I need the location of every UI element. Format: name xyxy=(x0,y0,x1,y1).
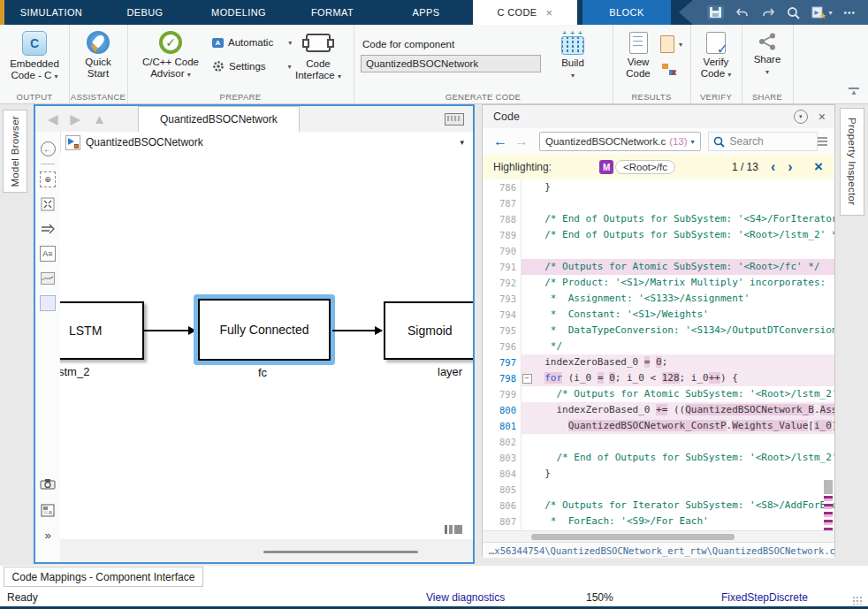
code-search-box[interactable]: Search xyxy=(708,132,819,151)
code-lines[interactable]: 786 }787788 /* End of Outputs for SubSys… xyxy=(483,179,834,530)
component-name-field[interactable] xyxy=(361,55,541,72)
file-dropdown[interactable]: QuantizedBSOCNetwork.c (13) ▾ xyxy=(539,132,701,151)
block-lstm[interactable]: LSTM xyxy=(60,301,144,360)
save-button[interactable] xyxy=(707,5,724,19)
embedded-code-icon: C xyxy=(22,31,47,56)
block-fully-connected[interactable]: Fully Connected xyxy=(198,299,331,361)
open-report-dropdown[interactable]: ▾ xyxy=(660,35,682,53)
hide-browser-button[interactable]: ← xyxy=(39,140,57,157)
zoom-region-button[interactable]: ⊕ xyxy=(39,171,57,188)
dock-options-button[interactable]: ▾ xyxy=(794,110,808,124)
code-text: indexZeroBased_0 = 0; xyxy=(533,354,667,370)
code-horizontal-scrollbar[interactable] xyxy=(483,530,834,543)
signal-line[interactable] xyxy=(144,330,195,331)
code-line: 787 xyxy=(483,195,834,211)
settings-dropdown[interactable]: Settings ▾ xyxy=(212,60,292,72)
expand-palette-button[interactable]: » xyxy=(39,526,57,544)
tab-modeling[interactable]: MODELING xyxy=(192,0,286,25)
area-box-button[interactable] xyxy=(39,294,57,312)
code-text: * Constant: '<S1>/Weights' xyxy=(533,307,709,323)
line-number: 802 xyxy=(483,434,522,450)
verify-code-button[interactable]: ✓ Verify Code ▾ xyxy=(696,32,736,80)
chevron-down-icon[interactable]: ▾ xyxy=(460,138,464,147)
code-interface-button[interactable]: Code Interface ▾ xyxy=(290,34,346,82)
code-line: 790 xyxy=(483,243,834,259)
section-label-output: OUTPUT xyxy=(0,92,69,102)
signal-line[interactable] xyxy=(332,330,382,331)
scrollbar-thumb[interactable] xyxy=(824,480,833,494)
chevron-down-icon: ▾ xyxy=(679,41,682,49)
solver-link[interactable]: FixedStepDiscrete xyxy=(721,591,808,604)
embedded-code-button[interactable]: C Embedded Code - C ▾ xyxy=(7,31,62,82)
screenshot-button[interactable] xyxy=(39,475,57,492)
remove-highlighting-button[interactable]: × xyxy=(662,64,675,75)
ribbon-group-share: Share ▾ SHARE xyxy=(742,25,794,103)
verify-code-icon: ✓ xyxy=(706,32,726,54)
redo-button[interactable] xyxy=(761,6,775,19)
tab-c-code-active[interactable]: C CODE × xyxy=(473,0,577,25)
resize-grip[interactable] xyxy=(852,596,863,605)
image-annotation-button[interactable] xyxy=(39,270,57,287)
block-sigmoid[interactable]: Sigmoid xyxy=(384,301,473,360)
model-tab[interactable]: QuantizedBSOCNetwork xyxy=(138,106,300,132)
nav-back-icon[interactable]: ◀ xyxy=(48,111,58,127)
code-back-button[interactable]: ← xyxy=(493,133,507,149)
view-diagnostics-link[interactable]: View diagnostics xyxy=(426,591,505,604)
nav-up-icon[interactable]: ▲ xyxy=(93,111,106,126)
property-inspector-tab[interactable]: Property Inspector xyxy=(840,108,864,216)
editor-palette: ← ⊕ A≡ xyxy=(35,132,61,562)
keyboard-shortcuts-icon[interactable] xyxy=(445,113,464,126)
quick-start-button[interactable]: Quick Start xyxy=(78,31,118,80)
menu-icon[interactable] xyxy=(818,135,827,148)
code-line: 791 /* Outputs for Atomic SubSystem: '<R… xyxy=(483,259,834,275)
tab-apps[interactable]: APPS xyxy=(379,0,473,25)
match-count: (13) xyxy=(669,136,687,147)
viewmarks-button[interactable] xyxy=(39,501,57,519)
section-label-generate-code: GENERATE CODE xyxy=(354,92,613,102)
model-canvas[interactable]: LSTM stm_2 Fully Connected fc Sigmoid la… xyxy=(60,153,473,562)
annotation-button[interactable]: A≡ xyxy=(39,245,57,263)
signal-routing-button[interactable] xyxy=(39,220,57,238)
tab-block[interactable]: BLOCK xyxy=(582,0,671,25)
view-code-label-2: Code xyxy=(626,68,651,79)
collapse-ribbon-button[interactable]: ▲ xyxy=(849,88,859,96)
highlight-target-pill[interactable]: <Root>/fc xyxy=(615,160,675,174)
tab-debug[interactable]: DEBUG xyxy=(98,0,192,25)
fit-to-view-button[interactable] xyxy=(39,195,57,213)
nav-forward-icon[interactable]: ▶ xyxy=(71,111,81,127)
code-text: */ xyxy=(533,339,562,354)
code-advisor-icon: ✓ xyxy=(159,31,182,54)
search-button[interactable] xyxy=(787,6,800,19)
tab-simulation[interactable]: SIMULATION xyxy=(4,0,98,25)
undo-button[interactable] xyxy=(735,6,750,19)
build-label: Build xyxy=(561,57,584,68)
more-options-button[interactable]: ••• xyxy=(843,8,856,18)
automatic-build-dropdown[interactable]: A Automatic ▾ xyxy=(212,37,292,48)
code-panel-title: Code xyxy=(493,110,520,123)
tab-format[interactable]: FORMAT xyxy=(286,0,379,25)
build-button[interactable]: + + + Build ▾ xyxy=(550,30,596,81)
block-lstm-name[interactable]: stm_2 xyxy=(60,365,89,378)
code-file-path-bar: …x56344754\QuantizedBSOCNetwork_ert_rtw\… xyxy=(483,542,834,558)
close-tab-icon[interactable]: × xyxy=(546,6,553,19)
fold-toggle[interactable]: − xyxy=(522,374,532,384)
favorites-button[interactable]: ★ ▾ xyxy=(811,6,832,19)
section-label-assistance: ASSISTANCE xyxy=(69,92,127,102)
canvas-horizontal-scrollbar[interactable] xyxy=(263,551,418,553)
view-code-button[interactable]: View Code xyxy=(620,32,657,80)
code-forward-button[interactable]: → xyxy=(514,133,529,149)
block-fully-connected-name[interactable]: fc xyxy=(258,366,267,379)
model-browser-tab[interactable]: Model Browser xyxy=(3,110,27,193)
next-match-button[interactable]: › xyxy=(788,160,792,174)
clear-highlighting-button[interactable]: × xyxy=(814,158,823,176)
block-sigmoid-name[interactable]: layer xyxy=(438,365,462,378)
share-button[interactable]: Share ▾ xyxy=(749,32,786,78)
code-advisor-button[interactable]: ✓ C/C++ Code Advisor ▾ xyxy=(138,31,203,80)
code-text: /* End of Outputs for SubSystem: '<Root>… xyxy=(533,450,834,466)
code-mappings-button[interactable]: Code Mappings - Component Interface xyxy=(4,567,203,587)
breadcrumb[interactable]: QuantizedBSOCNetwork ▾ xyxy=(60,132,473,154)
code-line: 792 /* Product: '<S1>/Matrix Multiply' i… xyxy=(483,275,834,291)
scroll-marks-column[interactable] xyxy=(824,179,833,530)
previous-match-button[interactable]: ‹ xyxy=(771,160,775,174)
close-panel-button[interactable]: × xyxy=(819,110,826,124)
